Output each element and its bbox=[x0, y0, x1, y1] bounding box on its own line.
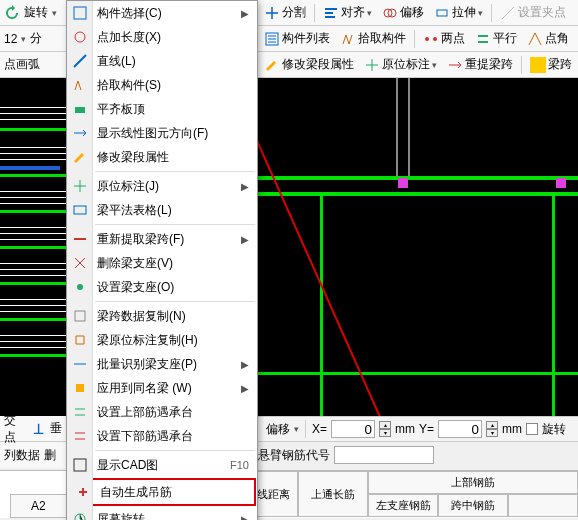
svg-rect-12 bbox=[74, 206, 86, 214]
menu-icon bbox=[72, 255, 88, 271]
submenu-arrow-icon: ▶ bbox=[241, 514, 249, 521]
menu-label: 应用到同名梁 (W) bbox=[97, 380, 241, 397]
menu-label: 平齐板顶 bbox=[97, 101, 249, 118]
menu-item-9[interactable]: 梁平法表格(L) bbox=[67, 198, 257, 222]
svg-rect-5 bbox=[437, 10, 447, 16]
svg-point-8 bbox=[433, 37, 437, 41]
menu-item-2[interactable]: 直线(L) bbox=[67, 49, 257, 73]
context-menu: 构件选择(C)▶点加长度(X)直线(L)拾取构件(S)平齐板顶显示线性图元方向(… bbox=[66, 0, 258, 520]
menu-item-8[interactable]: 原位标注(J)▶ bbox=[67, 174, 257, 198]
dropdown-icon: ▾ bbox=[52, 8, 57, 18]
left-toolbar-fragment: 旋转▾ 12▾分 点画弧 bbox=[0, 0, 66, 78]
pointarc-label[interactable]: 点画弧 bbox=[4, 56, 40, 73]
th-extra[interactable] bbox=[508, 494, 578, 517]
chui-label[interactable]: 垂 bbox=[50, 420, 62, 437]
submenu-arrow-icon: ▶ bbox=[241, 234, 249, 245]
menu-item-5[interactable]: 显示线性图元方向(F) bbox=[67, 121, 257, 145]
menu-icon bbox=[72, 428, 88, 444]
menu-item-18[interactable]: 应用到同名梁 (W)▶ bbox=[67, 376, 257, 400]
svg-rect-16 bbox=[74, 459, 86, 471]
menu-item-16[interactable]: 梁原位标注复制(H) bbox=[67, 328, 257, 352]
jiaodian-label[interactable]: 交点 bbox=[4, 412, 27, 446]
x-input[interactable] bbox=[331, 420, 375, 438]
menu-label: 重新提取梁跨(F) bbox=[97, 231, 241, 248]
split-button[interactable]: 分割 bbox=[260, 2, 310, 23]
menu-item-23[interactable]: 自动生成吊筋 bbox=[70, 480, 254, 504]
menu-icon bbox=[72, 380, 88, 396]
menu-label: 显示线性图元方向(F) bbox=[97, 125, 249, 142]
menu-item-19[interactable]: 设置上部筋遇承台 bbox=[67, 400, 257, 424]
beamspan-button[interactable]: 梁跨 bbox=[526, 54, 576, 75]
y-spinner[interactable]: ▴▾ bbox=[486, 421, 498, 437]
menu-label: 梁平法表格(L) bbox=[97, 202, 249, 219]
menu-label: 屏幕旋转 bbox=[97, 511, 241, 521]
menu-icon bbox=[72, 149, 88, 165]
svg-point-13 bbox=[77, 284, 83, 290]
offset-label[interactable]: 偏移 bbox=[266, 421, 290, 438]
y-input[interactable] bbox=[438, 420, 482, 438]
twopoint-button[interactable]: 两点 bbox=[419, 28, 469, 49]
modifybeam-button[interactable]: 修改梁段属性 bbox=[260, 54, 358, 75]
menu-icon bbox=[72, 332, 88, 348]
menu-item-12[interactable]: 删除梁支座(V) bbox=[67, 251, 257, 275]
toolbar-row-3: 修改梁段属性 原位标注▾ 重提梁跨 梁跨 bbox=[258, 52, 578, 78]
menu-item-13[interactable]: 设置梁支座(O) bbox=[67, 275, 257, 299]
perp-icon[interactable] bbox=[31, 421, 46, 437]
svg-rect-9 bbox=[74, 7, 86, 19]
shan-label[interactable]: 删 bbox=[44, 447, 56, 464]
stretch-button[interactable]: 拉伸▾ bbox=[430, 2, 487, 23]
submenu-arrow-icon: ▶ bbox=[241, 383, 249, 394]
rotate-label[interactable]: 旋转 bbox=[24, 4, 48, 21]
menu-label: 设置上部筋遇承台 bbox=[97, 404, 249, 421]
menu-item-4[interactable]: 平齐板顶 bbox=[67, 97, 257, 121]
num-label: 12 bbox=[4, 32, 17, 46]
offset-button[interactable]: 偏移 bbox=[378, 2, 428, 23]
menu-item-15[interactable]: 梁跨数据复制(N) bbox=[67, 304, 257, 328]
rebeamspan-button[interactable]: 重提梁跨 bbox=[443, 54, 517, 75]
setgrip-button[interactable]: 设置夹点 bbox=[496, 2, 570, 23]
parallel-button[interactable]: 平行 bbox=[471, 28, 521, 49]
align-button[interactable]: 对齐▾ bbox=[319, 2, 376, 23]
menu-icon bbox=[72, 101, 88, 117]
menu-icon bbox=[72, 511, 88, 520]
pointangle-button[interactable]: 点角 bbox=[523, 28, 573, 49]
menu-label: 原位标注(J) bbox=[97, 178, 241, 195]
menu-icon bbox=[72, 202, 88, 218]
menu-item-0[interactable]: 构件选择(C)▶ bbox=[67, 1, 257, 25]
svg-rect-14 bbox=[75, 311, 85, 321]
svg-rect-2 bbox=[325, 16, 335, 18]
menu-label: 自动生成吊筋 bbox=[100, 484, 246, 501]
menu-label: 直线(L) bbox=[97, 53, 249, 70]
menu-item-1[interactable]: 点加长度(X) bbox=[67, 25, 257, 49]
menu-item-20[interactable]: 设置下部筋遇承台 bbox=[67, 424, 257, 448]
submenu-arrow-icon: ▶ bbox=[241, 359, 249, 370]
complist-button[interactable]: 构件列表 bbox=[260, 28, 334, 49]
menu-label: 梁原位标注复制(H) bbox=[97, 332, 249, 349]
menu-item-6[interactable]: 修改梁段属性 bbox=[67, 145, 257, 169]
submenu-arrow-icon: ▶ bbox=[241, 8, 249, 19]
lieshuju-label[interactable]: 列数据 bbox=[4, 447, 40, 464]
menu-item-22[interactable]: 显示CAD图F10 bbox=[67, 453, 257, 477]
rebar-input[interactable] bbox=[334, 446, 434, 464]
menu-label: 修改梁段属性 bbox=[97, 149, 249, 166]
th-topsteel[interactable]: 上部钢筋 bbox=[368, 471, 578, 494]
origlabel-button[interactable]: 原位标注▾ bbox=[360, 54, 441, 75]
menu-item-3[interactable]: 拾取构件(S) bbox=[67, 73, 257, 97]
menu-icon bbox=[72, 356, 88, 372]
menu-label: 显示CAD图 bbox=[97, 457, 230, 474]
mm-label-2: mm bbox=[502, 422, 522, 436]
th-toplong[interactable]: 上通长筋 bbox=[298, 471, 368, 517]
th-leftsup[interactable]: 左支座钢筋 bbox=[368, 494, 438, 517]
menu-item-24[interactable]: 屏幕旋转▶ bbox=[67, 507, 257, 520]
menu-item-11[interactable]: 重新提取梁跨(F)▶ bbox=[67, 227, 257, 251]
shortcut-label: F10 bbox=[230, 459, 249, 471]
th-midspan[interactable]: 跨中钢筋 bbox=[438, 494, 508, 517]
rotate-checkbox[interactable] bbox=[526, 423, 538, 435]
fen-label[interactable]: 分 bbox=[30, 30, 42, 47]
rotate-icon bbox=[4, 5, 20, 21]
menu-item-17[interactable]: 批量识别梁支座(P)▶ bbox=[67, 352, 257, 376]
menu-label: 拾取构件(S) bbox=[97, 77, 249, 94]
a2-cell[interactable]: A2 bbox=[10, 494, 67, 518]
pickcomp-button[interactable]: 拾取构件 bbox=[336, 28, 410, 49]
x-spinner[interactable]: ▴▾ bbox=[379, 421, 391, 437]
